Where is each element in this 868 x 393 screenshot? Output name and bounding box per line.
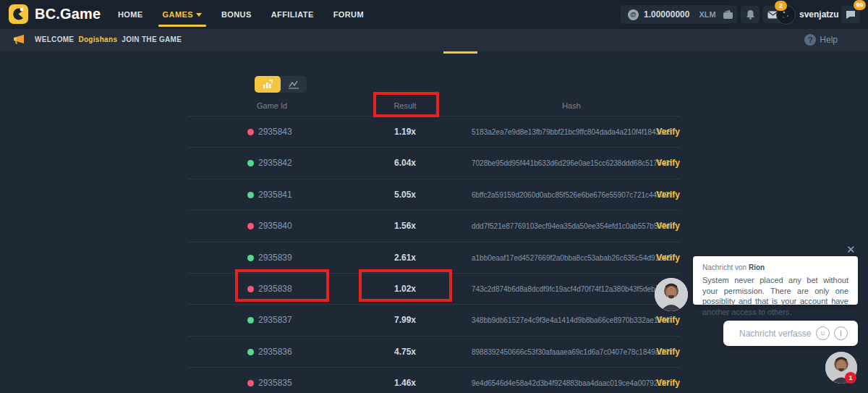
notifications-button[interactable] [741,6,760,23]
chat-input-bar [723,321,858,346]
game-hash: 5183a2ea7e9d8e13fb79bbf21bc9ffc804dada4a… [472,128,671,136]
header-game-id: Game Id [257,101,287,110]
table-row: 2935839 2.61x a1bb0eaaf17ed4527669f2a0bb… [188,242,680,274]
help-button[interactable]: ? Help [804,34,838,46]
welcome-bar: WELCOME Dogishans JOIN THE GAME ? Help [0,29,868,51]
verify-link[interactable]: Verify [656,190,680,200]
verify-link[interactable]: Verify [656,221,680,231]
game-id: 2935838 [258,284,292,294]
list-view-toggle[interactable] [255,76,281,93]
game-table-body: 2935843 1.19x 5183a2ea7e9d8e13fb79bbf21b… [188,116,680,393]
emoji-icon[interactable] [816,326,830,340]
balance-amount: 1.00000000 [644,9,689,20]
welcome-username: Dogishans [78,35,117,43]
main-nav: HOME GAMES BONUS AFFILIATE FORUM [118,0,364,29]
attachment-icon[interactable] [834,326,848,340]
table-header: Game Id Result Hash [188,98,680,116]
view-toggle-group [255,76,307,93]
game-result: 1.02x [347,284,463,294]
game-result: 1.56x [347,221,463,231]
game-hash: 9e4d6546d4e58a42d3b4f924883baa4daac019ce… [472,379,671,387]
chat-badge: 99 [854,0,866,10]
chat-message-card: Nachricht von Rion System never placed a… [693,256,858,305]
status-dot [247,223,254,229]
header-result: Result [347,101,463,110]
game-id: 2935837 [258,315,292,325]
table-row: 2935837 7.99x 348bb9db61527e4c9f3e4a1414… [188,305,680,336]
game-id: 2935836 [258,347,292,357]
table-row: 2935843 1.19x 5183a2ea7e9d8e13fb79bbf21b… [188,117,680,148]
verify-link[interactable]: Verify [656,315,680,325]
active-tab-underline [158,25,206,27]
game-result: 1.19x [347,127,463,137]
chat-message-input[interactable] [738,328,813,339]
status-dot [247,192,254,198]
close-icon[interactable]: ✕ [846,243,856,256]
table-row: 2935835 1.46x 9e4d6546d4e58a42d3b4f92488… [188,368,680,393]
trend-view-toggle[interactable] [281,76,307,93]
game-hash: 6bffc2a59159d2060d0abc85f526e6be676e5590… [472,191,671,199]
verify-link[interactable]: Verify [656,347,680,357]
welcome-message: WELCOME Dogishans JOIN THE GAME [35,35,184,43]
status-dot [247,255,254,261]
game-result: 2.61x [347,253,463,263]
chevron-down-icon [196,13,202,17]
header-hash: Hash [470,101,673,110]
bcgame-logo-icon [9,4,28,24]
chat-unread-badge: 1 [845,372,856,384]
bar-chart-icon [262,80,273,89]
game-id: 2935839 [258,253,292,263]
wallet-icon [723,9,733,20]
game-result: 7.99x [347,315,463,325]
nav-forum[interactable]: FORUM [333,10,364,19]
top-navbar: BC.Game HOME GAMES BONUS AFFILIATE FORUM… [0,0,868,29]
game-id: 2935840 [258,221,292,231]
game-id: 2935843 [258,127,292,137]
game-hash: 8988392450666c53f30afaaaea69c1d6a7c0407e… [472,348,671,356]
bell-icon [746,9,755,20]
chat-message-text: System never placed any bet without your… [702,275,848,317]
game-id: 2935841 [258,190,292,200]
mail-badge: 2 [775,1,787,11]
trend-chart-icon [288,80,299,89]
verify-link[interactable]: Verify [656,378,680,388]
game-hash: 348bb9db61527e4c9f3e4a1414d9b8ba66ce8970… [472,316,671,324]
question-mark-icon: ? [804,34,816,46]
xlm-coin-icon: @ [628,9,639,20]
table-row: 2935840 1.56x ddd7f521e87769103ecf94ea35… [188,211,680,242]
game-hash: 743c2d874b6d8a8dcdf9fc19acf4d70f74f12a38… [472,285,671,293]
status-dot [247,129,254,135]
nav-games[interactable]: GAMES [163,10,202,19]
game-result: 1.46x [347,378,463,388]
game-result: 5.05x [347,190,463,200]
table-row: 2935842 6.04x 7028be95dd95f441b633d6d296… [188,148,680,179]
game-result: 6.04x [347,158,463,168]
active-tab-indicator [443,51,477,54]
nav-bonus[interactable]: BONUS [221,10,252,19]
nav-affiliate[interactable]: AFFILIATE [271,10,314,19]
brand-name: BC.Game [35,6,101,22]
game-id: 2935842 [258,158,292,168]
chat-bubble-icon [846,10,856,20]
chat-sender-name: Rion [749,263,765,271]
megaphone-icon [12,34,25,46]
status-dot [247,160,254,166]
verify-link[interactable]: Verify [656,253,680,263]
chat-sender-avatar [655,278,688,311]
table-row: 2935841 5.05x 6bffc2a59159d2060d0abc85f5… [188,179,680,211]
wallet-button[interactable] [718,6,737,23]
status-dot [247,380,254,386]
table-row: 2935838 1.02x 743c2d874b6d8a8dcdf9fc19ac… [188,274,680,305]
game-hash: 7028be95dd95f441b633d6d296e0ae15cc6238dd… [472,159,671,167]
verify-link[interactable]: Verify [656,127,680,137]
status-dot [247,317,254,324]
nav-home[interactable]: HOME [118,10,143,19]
verify-link[interactable]: Verify [656,158,680,168]
game-result: 4.75x [347,347,463,357]
status-dot [247,286,254,292]
brand[interactable]: BC.Game [9,4,101,24]
balance-selector[interactable]: @ 1.00000000 XLM [621,5,732,24]
game-id: 2935835 [258,378,292,388]
status-dot [247,349,254,355]
table-row: 2935836 4.75x 8988392450666c53f30afaaaea… [188,337,680,368]
